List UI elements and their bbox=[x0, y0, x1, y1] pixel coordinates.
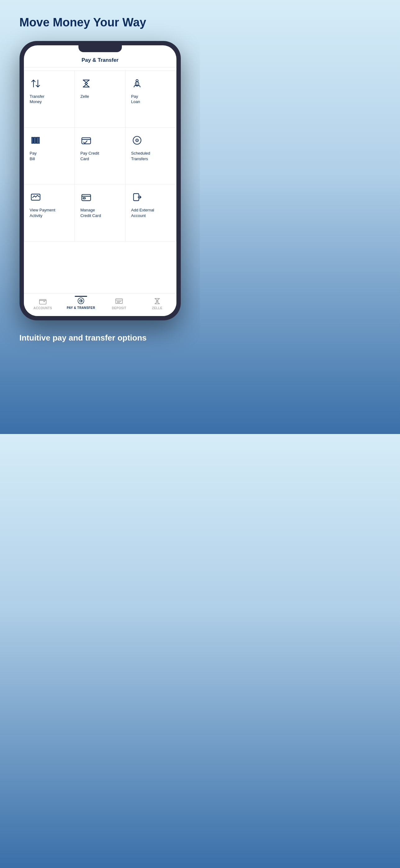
grid-label-zelle: Zelle bbox=[80, 94, 89, 99]
grid-item-pay-loan[interactable]: $ PayLoan bbox=[126, 71, 176, 128]
grid-item-transfer-money[interactable]: TransferMoney bbox=[24, 71, 75, 128]
phone-notch bbox=[78, 45, 122, 52]
phone-header: Pay & Transfer bbox=[24, 52, 176, 67]
grid-label-pay-credit-card: Pay CreditCard bbox=[80, 151, 99, 161]
nav-label-pay-transfer: PAY & TRANSFER bbox=[67, 306, 95, 310]
svg-rect-22 bbox=[39, 299, 46, 304]
svg-rect-26 bbox=[116, 299, 123, 303]
menu-grid: TransferMoney Zelle bbox=[24, 70, 176, 242]
grid-label-view-payment-activity: View PaymentActivity bbox=[30, 207, 56, 218]
grid-label-manage-credit-card: ManageCredit Card bbox=[80, 207, 101, 218]
phone-content: TransferMoney Zelle bbox=[24, 67, 176, 316]
nav-label-deposit: DEPOSIT bbox=[112, 306, 127, 310]
grid-label-add-external-account: Add ExternalAccount bbox=[131, 207, 154, 218]
nav-zelle[interactable]: ZELLE bbox=[152, 296, 163, 311]
nav-label-zelle: ZELLE bbox=[152, 306, 163, 310]
pay-transfer-icon bbox=[77, 297, 85, 305]
view-payment-activity-icon bbox=[30, 191, 41, 203]
svg-rect-8 bbox=[36, 137, 36, 144]
zelle-icon bbox=[80, 78, 92, 89]
grid-label-pay-bill: PayBill bbox=[30, 151, 37, 161]
nav-pay-transfer[interactable]: PAY & TRANSFER bbox=[67, 296, 95, 311]
nav-deposit[interactable]: DEPOSIT bbox=[112, 296, 127, 311]
page-wrapper: Move Money Your Way Pay & Transfer Trans… bbox=[20, 16, 181, 343]
phone-screen: Pay & Transfer TransferMoney bbox=[24, 45, 176, 316]
nav-item-deposit[interactable]: DEPOSIT bbox=[100, 296, 138, 311]
bottom-nav: ACCOUNTS PAY & bbox=[24, 293, 176, 316]
svg-rect-10 bbox=[38, 137, 39, 144]
svg-rect-11 bbox=[82, 137, 91, 144]
svg-rect-9 bbox=[37, 137, 38, 144]
phone-shell: Pay & Transfer TransferMoney bbox=[20, 41, 181, 320]
pay-loan-icon: $ bbox=[131, 78, 143, 89]
svg-rect-19 bbox=[83, 198, 85, 199]
pay-bill-icon bbox=[30, 134, 41, 146]
grid-item-view-payment-activity[interactable]: View PaymentActivity bbox=[24, 184, 75, 241]
grid-item-zelle[interactable]: Zelle bbox=[75, 71, 126, 128]
scheduled-transfers-icon bbox=[131, 134, 143, 146]
zelle-nav-icon bbox=[153, 297, 161, 305]
grid-item-pay-credit-card[interactable]: Pay CreditCard bbox=[75, 128, 126, 184]
screen-title: Pay & Transfer bbox=[81, 57, 119, 63]
grid-item-pay-bill[interactable]: PayBill bbox=[24, 128, 75, 184]
grid-label-transfer-money: TransferMoney bbox=[30, 94, 45, 104]
add-external-account-icon bbox=[131, 191, 143, 203]
page-headline: Move Money Your Way bbox=[20, 16, 181, 30]
grid-item-add-external-account[interactable]: Add ExternalAccount bbox=[126, 184, 176, 241]
phone-spacer bbox=[24, 242, 176, 293]
nav-item-accounts[interactable]: ACCOUNTS bbox=[24, 296, 62, 311]
wallet-icon bbox=[39, 297, 47, 305]
svg-marker-2 bbox=[83, 80, 89, 87]
nav-item-zelle[interactable]: ZELLE bbox=[138, 296, 176, 311]
grid-label-scheduled-transfers: ScheduledTransfers bbox=[131, 151, 150, 161]
svg-rect-7 bbox=[34, 137, 35, 144]
svg-point-15 bbox=[136, 140, 137, 141]
svg-rect-5 bbox=[32, 137, 33, 144]
grid-item-scheduled-transfers[interactable]: ScheduledTransfers bbox=[126, 128, 176, 184]
nav-label-accounts: ACCOUNTS bbox=[33, 306, 52, 310]
svg-text:$: $ bbox=[136, 83, 137, 85]
grid-label-pay-loan: PayLoan bbox=[131, 94, 140, 104]
pay-credit-card-icon bbox=[80, 134, 92, 146]
svg-marker-30 bbox=[155, 298, 159, 304]
deposit-icon bbox=[115, 297, 123, 305]
grid-item-manage-credit-card[interactable]: ManageCredit Card bbox=[75, 184, 126, 241]
manage-credit-card-icon bbox=[80, 191, 92, 203]
transfer-money-icon bbox=[30, 78, 41, 89]
nav-item-pay-transfer[interactable]: PAY & TRANSFER bbox=[62, 296, 100, 311]
nav-accounts[interactable]: ACCOUNTS bbox=[33, 296, 52, 311]
tagline: Intuitive pay and transfer options bbox=[20, 333, 181, 343]
